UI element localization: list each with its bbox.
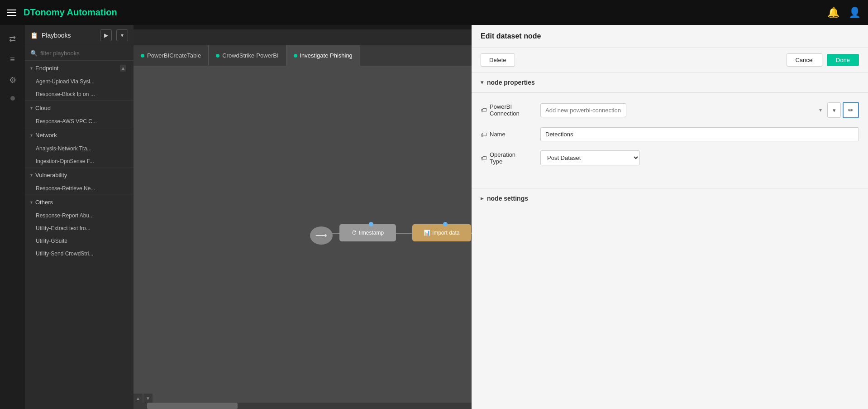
- canvas-inner: ⟶ ⏱ timestamp 📊 import data 📈 Detections…: [134, 66, 472, 403]
- playbooks-title: Playbooks: [42, 32, 71, 39]
- chevron-down-icon: [30, 133, 33, 138]
- list-item[interactable]: Response-Block Ip on ...: [25, 88, 134, 101]
- category-header-endpoint[interactable]: Endpoint ▲: [25, 61, 134, 75]
- top-navigation: DTonomy Automation 🔔 👤: [0, 0, 868, 25]
- right-panel-header: Edit dataset node: [472, 25, 868, 48]
- tab-investigate-phishing[interactable]: Investigate Phishing: [286, 45, 360, 66]
- tab-dot: [294, 54, 297, 58]
- powerbi-connection-label: 🏷 PowerBIConnection: [481, 103, 535, 117]
- chevron-down-icon: [30, 200, 33, 205]
- list-icon[interactable]: ≡: [10, 55, 15, 64]
- category-cloud: Cloud Response-AWS VPC C...: [25, 101, 134, 128]
- play-button[interactable]: ▶: [100, 29, 112, 41]
- left-sidebar: ⇄ ≡ ⚙: [0, 25, 25, 409]
- nav-right: 🔔 👤: [827, 7, 861, 19]
- node-label: import data: [432, 230, 459, 236]
- list-item[interactable]: Agent-Upload Via Sysl...: [25, 75, 134, 88]
- connection-dropdown-button[interactable]: ▾: [827, 102, 841, 118]
- section-label: node properties: [487, 79, 535, 86]
- powerbi-connection-row: 🏷 PowerBIConnection ▾ ✏: [481, 102, 859, 118]
- chevron-right-icon: ▸: [481, 195, 483, 202]
- bell-icon[interactable]: 🔔: [827, 7, 839, 19]
- operation-type-row: 🏷 OperationType Post Dataset Get Dataset…: [481, 150, 859, 165]
- filter-icon[interactable]: ⚙: [9, 75, 16, 85]
- nav-left: DTonomy Automation: [7, 7, 117, 18]
- tabs-bar: PowerBICreateTable CrowdStrike-PowerBI I…: [134, 45, 472, 66]
- canvas-scrollbar[interactable]: [134, 403, 472, 409]
- node-properties-content: 🏷 PowerBIConnection ▾ ✏ 🏷 Name: [472, 93, 868, 183]
- playbooks-header: 📋 Playbooks ▶ ▾: [25, 25, 134, 46]
- list-item[interactable]: Utility-Extract text fro...: [25, 222, 134, 235]
- right-panel: Edit dataset node Delete Cancel Done ▾ n…: [472, 25, 868, 409]
- node-start[interactable]: ⟶: [310, 226, 333, 245]
- indicator-dot: [10, 96, 15, 101]
- category-header-vulnerability[interactable]: Vulnerability: [25, 168, 134, 182]
- tab-label: Investigate Phishing: [300, 52, 353, 59]
- panel-actions: Delete Cancel Done: [472, 48, 868, 72]
- category-header-others[interactable]: Others: [25, 195, 134, 209]
- node-label: timestamp: [359, 230, 384, 236]
- chevron-down-icon: [30, 106, 33, 111]
- category-label-others: Others: [35, 199, 53, 206]
- node-properties-section-header[interactable]: ▾ node properties: [472, 72, 868, 93]
- label-text: PowerBIConnection: [490, 103, 520, 117]
- done-button[interactable]: Done: [827, 54, 859, 66]
- category-network: Network Analysis-Network Tra... Ingestio…: [25, 128, 134, 168]
- hamburger-icon[interactable]: [7, 10, 16, 16]
- category-vulnerability: Vulnerability Response-Retrieve Ne...: [25, 168, 134, 195]
- shuffle-icon[interactable]: ⇄: [9, 34, 16, 44]
- filter-input[interactable]: [40, 50, 128, 57]
- scroll-up-button[interactable]: ▲: [120, 65, 126, 72]
- tab-crowdstrike-powerbi[interactable]: CrowdStrike-PowerBI: [209, 45, 286, 66]
- operation-type-select[interactable]: Post Dataset Get Dataset Update Dataset: [540, 150, 640, 165]
- operation-type-value: Post Dataset Get Dataset Update Dataset: [540, 150, 859, 165]
- canvas-nav-up[interactable]: ▲: [134, 394, 143, 403]
- tab-label: PowerBICreateTable: [147, 52, 201, 59]
- list-item[interactable]: Response-Report Abu...: [25, 209, 134, 222]
- playbooks-dropdown-button[interactable]: ▾: [116, 29, 128, 41]
- filter-box: 🔍: [25, 46, 134, 61]
- node-timestamp[interactable]: ⏱ timestamp: [339, 224, 396, 241]
- label-text: OperationType: [490, 151, 515, 165]
- name-value: [540, 127, 859, 141]
- tab-powerbi-create-table[interactable]: PowerBICreateTable: [134, 45, 209, 66]
- node-settings-section: ▸ node settings: [472, 188, 868, 208]
- canvas-nav-buttons: ▲ ▼: [134, 394, 153, 403]
- category-label-vulnerability: Vulnerability: [35, 172, 67, 178]
- tab-dot: [141, 54, 144, 58]
- search-icon: 🔍: [30, 50, 38, 57]
- name-label: 🏷 Name: [481, 131, 535, 138]
- workflow-canvas[interactable]: ⟶ ⏱ timestamp 📊 import data 📈 Detections…: [134, 66, 472, 403]
- chevron-down-icon: ▾: [481, 79, 483, 86]
- edit-connection-button[interactable]: ✏: [843, 102, 859, 118]
- canvas-nav-down[interactable]: ▼: [143, 394, 153, 403]
- category-others: Others Response-Report Abu... Utility-Ex…: [25, 195, 134, 260]
- node-import-data[interactable]: 📊 import data: [412, 224, 471, 241]
- connection-input-group: ▾ ✏: [540, 102, 859, 118]
- category-header-cloud[interactable]: Cloud: [25, 101, 134, 115]
- list-item[interactable]: Response-Retrieve Ne...: [25, 182, 134, 195]
- category-label-endpoint: Endpoint: [35, 65, 58, 72]
- list-item[interactable]: Ingestion-OpnSense F...: [25, 155, 134, 168]
- node-settings-section-header[interactable]: ▸ node settings: [472, 188, 868, 208]
- cancel-button[interactable]: Cancel: [787, 53, 822, 67]
- tag-icon: 🏷: [481, 131, 487, 138]
- list-item[interactable]: Response-AWS VPC C...: [25, 115, 134, 128]
- powerbi-connection-input[interactable]: [540, 103, 626, 117]
- delete-button[interactable]: Delete: [481, 53, 515, 67]
- category-label-network: Network: [35, 132, 57, 139]
- filter-input-wrapper: 🔍: [30, 50, 128, 57]
- name-row: 🏷 Name: [481, 127, 859, 141]
- list-item[interactable]: Analysis-Network Tra...: [25, 142, 134, 155]
- canvas-scrollbar-thumb[interactable]: [147, 403, 238, 409]
- tab-label: CrowdStrike-PowerBI: [222, 52, 278, 59]
- user-icon[interactable]: 👤: [849, 7, 861, 19]
- list-item[interactable]: Utility-Send CrowdStri...: [25, 247, 134, 260]
- list-item[interactable]: Utility-GSuite: [25, 235, 134, 247]
- tag-icon: 🏷: [481, 154, 487, 162]
- label-text: Name: [490, 131, 506, 138]
- name-input[interactable]: [540, 127, 859, 141]
- tab-dot: [216, 54, 219, 58]
- category-header-network[interactable]: Network: [25, 128, 134, 142]
- connection-select-wrapper: [540, 103, 825, 117]
